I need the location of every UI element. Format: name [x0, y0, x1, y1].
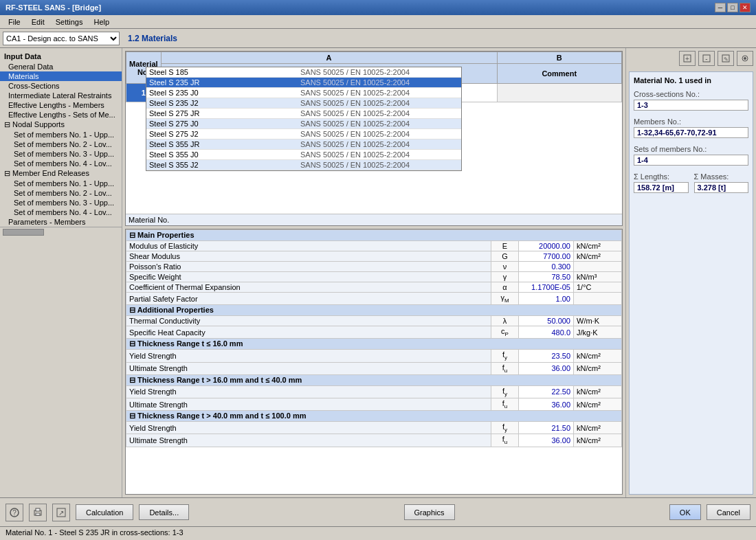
view-material-button[interactable]: [737, 51, 753, 66]
prop-row-elasticity: Modulus of Elasticity E 20000.00 kN/cm²: [126, 241, 622, 251]
close-button[interactable]: ✕: [740, 3, 751, 12]
svg-text:-: -: [705, 55, 707, 63]
sidebar-sub-nodal-4[interactable]: Set of members No. 4 - Lov...: [0, 159, 122, 168]
design-dropdown[interactable]: CA1 - Design acc. to SANS: [3, 32, 120, 45]
sidebar-hscroll[interactable]: [0, 227, 122, 236]
dropdown-item-8[interactable]: Steel S 355 J0 SANS 50025 / EN 10025-2:2…: [146, 150, 461, 160]
svg-text:↗: ↗: [58, 509, 64, 517]
svg-point-7: [744, 57, 746, 60]
material-comment-cell: [497, 84, 621, 102]
print-icon-button[interactable]: [29, 504, 47, 521]
sidebar-group-nodal-supports[interactable]: ⊟ Nodal Supports: [0, 120, 122, 130]
title-bar-text: RF-STEEL SANS - [Bridge]: [5, 3, 101, 12]
prop-symbol-specific-heat: cP: [491, 326, 519, 339]
edit-material-button[interactable]: ✎: [718, 51, 734, 66]
prop-label-yield-t2: Yield Strength: [126, 385, 491, 398]
prop-unit-ultimate-t3: kN/cm²: [574, 434, 622, 447]
sidebar-sub-release-2[interactable]: Set of members No. 2 - Lov...: [0, 188, 122, 198]
export-icon-button[interactable]: ↗: [52, 504, 70, 521]
prop-value-safety-factor: 1.00: [519, 293, 574, 305]
cross-sections-value: 1-3: [634, 100, 748, 111]
dropdown-item-5[interactable]: Steel S 275 J0 SANS 50025 / EN 10025-2:2…: [146, 119, 461, 129]
prop-value-ultimate-t1: 36.00: [519, 362, 574, 374]
sidebar-item-general-data[interactable]: General Data: [0, 62, 122, 71]
maximize-button[interactable]: □: [727, 3, 738, 12]
right-info-title: Material No. 1 used in: [634, 76, 748, 85]
sidebar-sub-release-1[interactable]: Set of members No. 1 - Upp...: [0, 179, 122, 188]
prop-label-specific-weight: Specific Weight: [126, 272, 491, 282]
body-section: Input Data General Data Materials Cross-…: [0, 48, 756, 497]
sidebar-sub-nodal-1[interactable]: Set of members No. 1 - Upp...: [0, 130, 122, 139]
col-comment-header: Comment: [497, 64, 621, 84]
prop-row-yield-t2: Yield Strength fy 22.50 kN/cm²: [126, 385, 622, 398]
prop-label-poisson: Poisson's Ratio: [126, 262, 491, 272]
sidebar-item-eff-lengths-sets[interactable]: Effective Lengths - Sets of Me...: [0, 110, 122, 120]
dropdown-item-9[interactable]: Steel S 355 J2 SANS 50025 / EN 10025-2:2…: [146, 160, 461, 170]
thickness3-header: ⊟ Thickness Range t > 40.0 mm and t ≤ 10…: [126, 411, 622, 422]
sidebar-item-cross-sections[interactable]: Cross-Sections: [0, 81, 122, 91]
prop-row-shear: Shear Modulus G 7700.00 kN/cm²: [126, 251, 622, 262]
menu-file[interactable]: File: [3, 17, 26, 27]
sidebar-sub-release-3[interactable]: Set of members No. 3 - Upp...: [0, 198, 122, 207]
add-material-button[interactable]: +: [679, 51, 696, 66]
main-props-header: ⊟ Main Properties: [126, 230, 622, 241]
sidebar-item-parameters-members[interactable]: Parameters - Members: [0, 217, 122, 227]
thickness2-header: ⊟ Thickness Range t > 16.0 mm and t ≤ 40…: [126, 374, 622, 385]
prop-row-yield-t1: Yield Strength fy 23.50 kN/cm²: [126, 350, 622, 362]
sidebar: Input Data General Data Materials Cross-…: [0, 48, 122, 497]
ok-button[interactable]: OK: [669, 504, 701, 520]
dropdown-item-4[interactable]: Steel S 275 JR SANS 50025 / EN 10025-2:2…: [146, 109, 461, 119]
prop-unit-ultimate-t2: kN/cm²: [574, 398, 622, 410]
prop-symbol-thermal-cond: λ: [491, 316, 519, 326]
prop-unit-thermal-exp: 1/°C: [574, 282, 622, 293]
dropdown-item-3[interactable]: Steel S 235 J2 SANS 50025 / EN 10025-2:2…: [146, 98, 461, 109]
right-panel: + - ✎ Material No. 1 used in Cross-secti…: [625, 48, 756, 497]
dropdown-item-7[interactable]: Steel S 355 JR SANS 50025 / EN 10025-2:2…: [146, 139, 461, 150]
prop-symbol-specific-weight: γ: [491, 272, 519, 282]
prop-row-ultimate-t2: Ultimate Strength fu 36.00 kN/cm²: [126, 398, 622, 410]
sidebar-sub-release-4[interactable]: Set of members No. 4 - Lov...: [0, 207, 122, 217]
sidebar-sub-nodal-3[interactable]: Set of members No. 3 - Upp...: [0, 149, 122, 159]
prop-unit-elasticity: kN/cm²: [574, 241, 622, 251]
details-button[interactable]: Details...: [139, 504, 189, 520]
prop-row-specific-heat: Specific Heat Capacity cP 480.0 J/kg·K: [126, 326, 622, 339]
sidebar-item-lateral-restraints[interactable]: Intermediate Lateral Restraints: [0, 91, 122, 100]
thickness2-header-row: ⊟ Thickness Range t > 16.0 mm and t ≤ 40…: [126, 374, 622, 385]
sidebar-header: Input Data: [0, 51, 122, 62]
delete-material-button[interactable]: -: [698, 51, 715, 66]
dropdown-item-0[interactable]: Steel S 185 SANS 50025 / EN 10025-2:2004: [146, 67, 461, 78]
prop-label-specific-heat: Specific Heat Capacity: [126, 326, 491, 339]
help-icon-button[interactable]: ?: [5, 504, 23, 521]
masses-label: Σ Masses:: [694, 172, 749, 181]
prop-value-yield-t2: 22.50: [519, 385, 574, 398]
graphics-button[interactable]: Graphics: [404, 504, 455, 520]
icon-btn-row: + - ✎: [629, 51, 753, 66]
material-dropdown[interactable]: Steel S 185 SANS 50025 / EN 10025-2:2004…: [146, 67, 462, 171]
material-no-label: Material No.: [126, 214, 622, 225]
section-title: 1.2 Materials: [128, 34, 177, 43]
prop-row-safety-factor: Partial Safety Factor γM 1.00: [126, 293, 622, 305]
dropdown-item-1[interactable]: Steel S 235 JR SANS 50025 / EN 10025-2:2…: [146, 78, 461, 88]
sidebar-group-member-end-releases[interactable]: ⊟ Member End Releases: [0, 168, 122, 179]
sidebar-item-materials[interactable]: Materials: [0, 71, 122, 81]
dropdown-item-6[interactable]: Steel S 275 J2 SANS 50025 / EN 10025-2:2…: [146, 129, 461, 139]
menu-help[interactable]: Help: [88, 17, 115, 27]
prop-value-thermal-cond: 50.000: [519, 316, 574, 326]
calculation-button[interactable]: Calculation: [76, 504, 133, 520]
sidebar-item-eff-lengths-members[interactable]: Effective Lengths - Members: [0, 100, 122, 110]
title-bar-controls: ─ □ ✕: [715, 3, 751, 12]
dropdown-item-2[interactable]: Steel S 235 J0 SANS 50025 / EN 10025-2:2…: [146, 88, 461, 98]
svg-text:+: +: [685, 55, 689, 63]
minimize-button[interactable]: ─: [715, 3, 726, 12]
prop-value-yield-t3: 21.50: [519, 422, 574, 434]
prop-unit-specific-heat: J/kg·K: [574, 326, 622, 339]
lengths-value: 158.72 [m]: [634, 182, 689, 193]
menu-edit[interactable]: Edit: [26, 17, 50, 27]
prop-value-poisson: 0.300: [519, 262, 574, 272]
sidebar-sub-nodal-2[interactable]: Set of members No. 2 - Lov...: [0, 139, 122, 149]
cancel-button[interactable]: Cancel: [707, 504, 751, 520]
prop-label-elasticity: Modulus of Elasticity: [126, 241, 491, 251]
menu-settings[interactable]: Settings: [50, 17, 89, 27]
lengths-col: Σ Lengths: 158.72 [m]: [634, 172, 689, 200]
prop-symbol-shear: G: [491, 251, 519, 262]
